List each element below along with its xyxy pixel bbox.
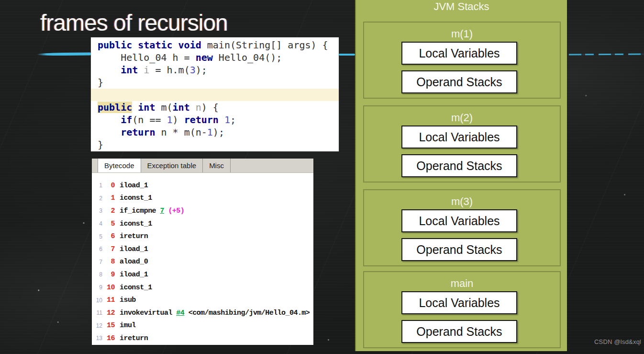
stack-frame-label: main bbox=[364, 278, 560, 289]
local-variables-box: Local Variables bbox=[401, 126, 517, 148]
watermark: CSDN @lsd&xql bbox=[594, 338, 641, 345]
code-line: public static void main(String[] args) { bbox=[98, 39, 339, 51]
bytecode-row: 1011isub bbox=[92, 294, 313, 307]
bytecode-row: 910iconst_1 bbox=[92, 281, 313, 294]
local-variables-box: Local Variables bbox=[401, 291, 517, 314]
stack-frame-label: m(3) bbox=[364, 196, 560, 207]
chalk-accent-line-left bbox=[36, 52, 91, 56]
operand-stacks-box: Operand Stacks bbox=[401, 70, 517, 93]
stack-frame-main: main Local Variables Operand Stacks bbox=[363, 271, 561, 348]
bytecode-panel: Bytecode Exception table Misc 10iload_12… bbox=[92, 159, 313, 345]
code-line: public int m(int n) { bbox=[98, 101, 339, 114]
local-variables-box: Local Variables bbox=[401, 209, 517, 232]
operand-stacks-box: Operand Stacks bbox=[401, 238, 517, 261]
bytecode-row: 1215imul bbox=[92, 320, 313, 332]
tab-bar-filler bbox=[231, 159, 313, 172]
stack-frame-m3: m(3) Local Variables Operand Stacks bbox=[363, 189, 561, 266]
bytecode-row: 78aload_0 bbox=[92, 256, 313, 269]
bytecode-row: 10iload_1 bbox=[92, 179, 313, 192]
bytecode-row: 45iconst_1 bbox=[92, 217, 313, 230]
bytecode-row: 1316ireturn bbox=[92, 332, 313, 345]
local-variables-box: Local Variables bbox=[401, 42, 517, 65]
stack-frame-label: m(1) bbox=[364, 28, 560, 40]
slide: frames of recursion public static void m… bbox=[0, 0, 644, 354]
bytecode-row: 67iload_1 bbox=[92, 243, 313, 256]
stack-frame-m1: m(1) Local Variables Operand Stacks bbox=[363, 22, 561, 99]
code-editor-snippet: public static void main(String[] args) {… bbox=[91, 37, 339, 151]
jvm-stacks-title: JVM Stacks bbox=[356, 0, 567, 13]
bytecode-row: 56ireturn bbox=[92, 230, 313, 243]
code-lines: public static void main(String[] args) {… bbox=[98, 39, 339, 151]
chalk-accent-line-right bbox=[569, 54, 644, 56]
code-line: } bbox=[98, 76, 339, 89]
operand-stacks-box: Operand Stacks bbox=[401, 320, 517, 343]
tab-exception-table[interactable]: Exception table bbox=[141, 159, 203, 172]
code-line: if(n == 1) return 1; bbox=[98, 114, 339, 126]
stack-frame-label: m(2) bbox=[364, 112, 560, 124]
operand-stacks-box: Operand Stacks bbox=[401, 154, 517, 177]
bytecode-row: 1112invokevirtual #4 <com/mashibing/jvm/… bbox=[92, 307, 313, 320]
bytecode-listing: 10iload_121iconst_132if_icmpne 7 (+5)45i… bbox=[92, 173, 313, 345]
page-title: frames of recursion bbox=[40, 10, 228, 36]
tab-misc[interactable]: Misc bbox=[203, 159, 231, 172]
bytecode-row: 21iconst_1 bbox=[92, 192, 313, 205]
tab-bar: Bytecode Exception table Misc bbox=[92, 159, 313, 173]
tab-bar-stub bbox=[92, 159, 98, 172]
bytecode-row: 32if_icmpne 7 (+5) bbox=[92, 205, 313, 217]
bytecode-row: 89iload_1 bbox=[92, 268, 313, 281]
stack-frame-m2: m(2) Local Variables Operand Stacks bbox=[363, 105, 561, 183]
chalk-accent-line-mid bbox=[339, 54, 355, 56]
code-line: } bbox=[98, 138, 339, 151]
code-line bbox=[91, 89, 339, 101]
tab-bytecode[interactable]: Bytecode bbox=[98, 159, 141, 172]
code-line: return n * m(n-1); bbox=[98, 126, 339, 138]
code-line: Hello_04 h = new Hello_04(); bbox=[98, 51, 339, 64]
code-line: int i = h.m(3); bbox=[98, 64, 339, 76]
jvm-stacks-panel: JVM Stacks m(1) Local Variables Operand … bbox=[355, 0, 567, 351]
